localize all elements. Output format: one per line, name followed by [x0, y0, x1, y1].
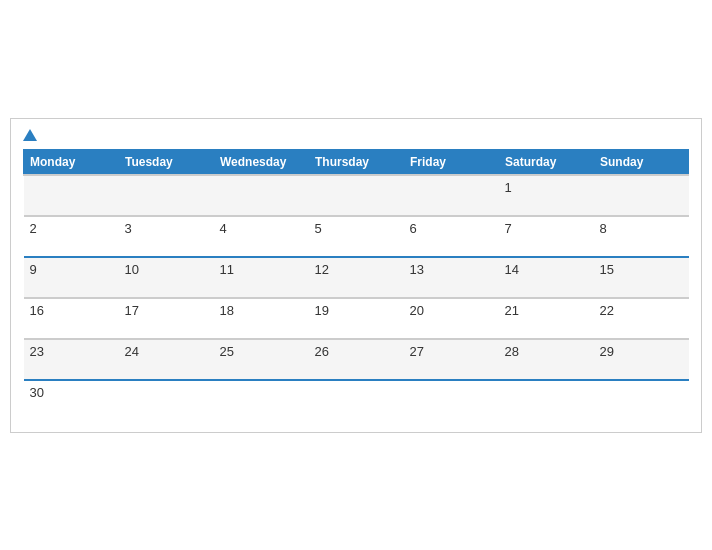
day-number: 20: [410, 303, 424, 318]
calendar-cell: 15: [594, 257, 689, 298]
calendar-row-3: 16171819202122: [24, 298, 689, 339]
weekday-header-thursday: Thursday: [309, 149, 404, 175]
day-number: 4: [220, 221, 227, 236]
calendar-cell: 28: [499, 339, 594, 380]
calendar-cell: 16: [24, 298, 119, 339]
calendar-cell: 8: [594, 216, 689, 257]
calendar-cell: 2: [24, 216, 119, 257]
calendar-cell: [594, 380, 689, 420]
calendar-cell: 30: [24, 380, 119, 420]
calendar-cell: 29: [594, 339, 689, 380]
calendar-row-1: 2345678: [24, 216, 689, 257]
calendar-cell: 9: [24, 257, 119, 298]
calendar-cell: 14: [499, 257, 594, 298]
day-number: 5: [315, 221, 322, 236]
weekday-header-sunday: Sunday: [594, 149, 689, 175]
day-number: 10: [125, 262, 139, 277]
day-number: 12: [315, 262, 329, 277]
day-number: 26: [315, 344, 329, 359]
calendar-cell: [214, 175, 309, 216]
day-number: 21: [505, 303, 519, 318]
weekday-header-friday: Friday: [404, 149, 499, 175]
calendar-cell: 4: [214, 216, 309, 257]
day-number: 23: [30, 344, 44, 359]
day-number: 3: [125, 221, 132, 236]
calendar-cell: 24: [119, 339, 214, 380]
calendar-cell: [594, 175, 689, 216]
calendar-row-5: 30: [24, 380, 689, 420]
day-number: 7: [505, 221, 512, 236]
calendar-cell: 1: [499, 175, 594, 216]
day-number: 17: [125, 303, 139, 318]
calendar-cell: 23: [24, 339, 119, 380]
calendar-cell: 10: [119, 257, 214, 298]
day-number: 30: [30, 385, 44, 400]
calendar-cell: 7: [499, 216, 594, 257]
calendar-cell: [119, 175, 214, 216]
day-number: 25: [220, 344, 234, 359]
calendar-cell: 19: [309, 298, 404, 339]
calendar-header: [23, 129, 689, 141]
calendar-cell: 22: [594, 298, 689, 339]
calendar-cell: [119, 380, 214, 420]
day-number: 15: [600, 262, 614, 277]
day-number: 24: [125, 344, 139, 359]
calendar-cell: [214, 380, 309, 420]
day-number: 14: [505, 262, 519, 277]
day-number: 22: [600, 303, 614, 318]
calendar-row-4: 23242526272829: [24, 339, 689, 380]
calendar-cell: 3: [119, 216, 214, 257]
day-number: 13: [410, 262, 424, 277]
weekday-header-tuesday: Tuesday: [119, 149, 214, 175]
calendar-row-2: 9101112131415: [24, 257, 689, 298]
logo-triangle-icon: [23, 129, 37, 141]
day-number: 18: [220, 303, 234, 318]
calendar-cell: 12: [309, 257, 404, 298]
day-number: 1: [505, 180, 512, 195]
calendar-cell: 27: [404, 339, 499, 380]
calendar-grid: MondayTuesdayWednesdayThursdayFridaySatu…: [23, 149, 689, 420]
calendar-cell: [404, 380, 499, 420]
calendar-row-0: 1: [24, 175, 689, 216]
weekday-header-saturday: Saturday: [499, 149, 594, 175]
weekday-header-row: MondayTuesdayWednesdayThursdayFridaySatu…: [24, 149, 689, 175]
day-number: 2: [30, 221, 37, 236]
calendar-cell: 13: [404, 257, 499, 298]
calendar-cell: 11: [214, 257, 309, 298]
calendar-container: MondayTuesdayWednesdayThursdayFridaySatu…: [10, 118, 702, 433]
day-number: 27: [410, 344, 424, 359]
day-number: 9: [30, 262, 37, 277]
day-number: 19: [315, 303, 329, 318]
calendar-cell: 20: [404, 298, 499, 339]
day-number: 28: [505, 344, 519, 359]
calendar-cell: [404, 175, 499, 216]
weekday-header-wednesday: Wednesday: [214, 149, 309, 175]
logo-area: [23, 129, 40, 141]
day-number: 16: [30, 303, 44, 318]
weekday-header-monday: Monday: [24, 149, 119, 175]
calendar-cell: 6: [404, 216, 499, 257]
calendar-cell: [309, 380, 404, 420]
day-number: 29: [600, 344, 614, 359]
calendar-cell: [499, 380, 594, 420]
calendar-cell: 18: [214, 298, 309, 339]
calendar-cell: 21: [499, 298, 594, 339]
calendar-cell: 17: [119, 298, 214, 339]
calendar-cell: 5: [309, 216, 404, 257]
calendar-cell: [24, 175, 119, 216]
day-number: 8: [600, 221, 607, 236]
calendar-cell: 26: [309, 339, 404, 380]
day-number: 6: [410, 221, 417, 236]
calendar-cell: 25: [214, 339, 309, 380]
day-number: 11: [220, 262, 234, 277]
calendar-cell: [309, 175, 404, 216]
